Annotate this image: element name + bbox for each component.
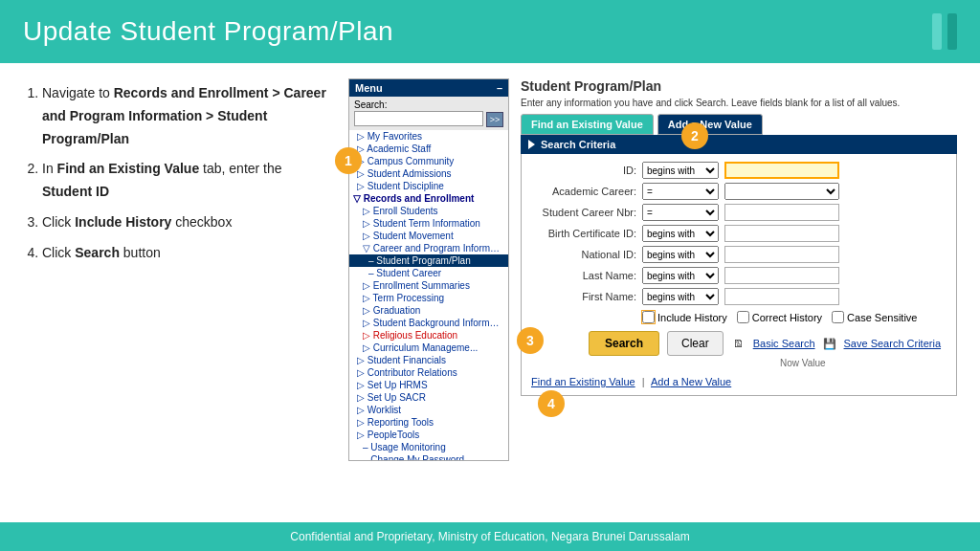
step1-bold: Records and Enrollment > Career and Prog… xyxy=(42,85,326,146)
search-criteria-label: Search Criteria xyxy=(541,139,615,150)
field-op-first-name-select[interactable]: begins with xyxy=(642,288,719,305)
field-input-id[interactable] xyxy=(724,162,839,179)
step-4: Click Search button xyxy=(42,242,329,265)
field-op-career-nbr: = xyxy=(642,204,719,221)
menu-item-financials[interactable]: ▷ Student Financials xyxy=(349,354,508,366)
field-val-national-id xyxy=(724,246,839,263)
step2-bold: Find an Existing Value xyxy=(57,161,200,176)
header-bar-2 xyxy=(947,13,957,50)
menu-item-records[interactable]: ▽ Records and Enrollment xyxy=(349,192,508,205)
field-row-academic-career: Academic Career: = xyxy=(531,183,947,200)
field-input-last-name[interactable] xyxy=(724,267,839,284)
menu-item-password[interactable]: – Change My Password xyxy=(349,453,508,461)
menu-item-term-processing[interactable]: ▷ Term Processing xyxy=(349,292,508,304)
menu-item-contributor[interactable]: ▷ Contributor Relations xyxy=(349,366,508,379)
menu-item-hrms[interactable]: ▷ Set Up HRMS xyxy=(349,379,508,391)
menu-item-admissions[interactable]: ▷ Student Admissions xyxy=(349,167,508,180)
menu-search-row: Search: >> xyxy=(349,97,508,130)
menu-item-movement[interactable]: ▷ Student Movement xyxy=(349,230,508,242)
correct-history-text: Correct History xyxy=(752,312,822,323)
field-op-academic-career: = xyxy=(642,183,719,200)
bottom-add-link[interactable]: Add a New Value xyxy=(651,376,731,387)
search-button[interactable]: Search xyxy=(589,331,659,356)
field-row-first-name: First Name: begins with xyxy=(531,288,947,305)
save-icon: 💾 xyxy=(823,338,836,350)
field-row-last-name: Last Name: begins with xyxy=(531,267,947,284)
tab-add-new[interactable]: Add a New Value xyxy=(657,114,763,135)
case-sensitive-label: Case Sensitive xyxy=(832,311,917,323)
menu-item-academic-staff[interactable]: ▷ Academic Staff xyxy=(349,143,508,155)
menu-item-student-career[interactable]: – Student Career xyxy=(349,267,508,279)
menu-item-career-program[interactable]: ▽ Career and Program Information xyxy=(349,242,508,254)
menu-item-reporting[interactable]: ▷ Reporting Tools xyxy=(349,416,508,429)
circle-2: 2 xyxy=(681,122,708,149)
button-row: Search Clear 🖻 Basic Search 💾 Save Searc… xyxy=(531,331,947,356)
field-input-academic-career[interactable] xyxy=(724,183,839,200)
field-label-birth-cert: Birth Certificate ID: xyxy=(531,228,636,239)
menu-item-campus[interactable]: ▷ Campus Community xyxy=(349,155,508,167)
field-val-career-nbr xyxy=(724,204,839,221)
menu-item-religious[interactable]: ▷ Religious Education xyxy=(349,329,508,342)
menu-item-student-program[interactable]: – Student Program/Plan xyxy=(349,254,508,267)
menu-title: Menu xyxy=(355,82,383,94)
search-body: ID: begins with Academic Career: = xyxy=(521,154,957,396)
search-criteria-header: Search Criteria xyxy=(521,135,957,154)
tab-row: Find an Existing Value Add a New Value xyxy=(521,114,957,135)
field-input-national-id[interactable] xyxy=(724,246,839,263)
correct-history-checkbox[interactable] xyxy=(737,311,749,323)
field-val-first-name xyxy=(724,288,839,305)
menu-item-graduation[interactable]: ▷ Graduation xyxy=(349,304,508,317)
field-row-national-id: National ID: begins with xyxy=(531,246,947,263)
menu-items-list: ▷ My Favorites ▷ Academic Staff ▷ Campus… xyxy=(349,130,508,461)
include-history-checkbox[interactable] xyxy=(642,311,655,323)
field-row-id: ID: begins with xyxy=(531,162,947,179)
field-val-academic-career xyxy=(724,183,839,200)
field-op-career-nbr-select[interactable]: = xyxy=(642,204,719,221)
menu-item-usage[interactable]: – Usage Monitoring xyxy=(349,441,508,453)
separator-icon: 🖻 xyxy=(733,338,744,349)
menu-item-discipline[interactable]: ▷ Student Discipline xyxy=(349,180,508,192)
field-row-career-nbr: Student Career Nbr: = xyxy=(531,204,947,221)
field-input-birth-cert[interactable] xyxy=(724,225,839,242)
case-sensitive-checkbox[interactable] xyxy=(832,311,844,323)
menu-panel: Menu – Search: >> ▷ My Favorites ▷ Acade… xyxy=(348,78,509,461)
save-search-criteria-button[interactable]: Save Search Criteria xyxy=(844,338,942,349)
basic-search-button[interactable]: Basic Search xyxy=(753,338,815,349)
field-op-birth-cert-select[interactable]: begins with xyxy=(642,225,719,242)
menu-item-enroll[interactable]: ▷ Enroll Students xyxy=(349,205,508,217)
field-op-id-select[interactable]: begins with xyxy=(642,162,719,179)
circle-1: 1 xyxy=(335,147,362,174)
menu-item-sacr[interactable]: ▷ Set Up SACR xyxy=(349,391,508,404)
menu-item-enrollment-summaries[interactable]: ▷ Enrollment Summaries xyxy=(349,279,508,292)
page-header: Update Student Program/Plan xyxy=(0,0,980,63)
triangle-icon xyxy=(528,140,535,149)
right-panel: 2 3 4 Student Program/Plan Enter any inf… xyxy=(521,78,957,517)
menu-item-curriculum[interactable]: ▷ Curriculum Manageme... xyxy=(349,342,508,354)
clear-button[interactable]: Clear xyxy=(667,331,724,356)
menu-item-favorites[interactable]: ▷ My Favorites xyxy=(349,130,508,143)
field-op-last-name-select[interactable]: begins with xyxy=(642,267,719,284)
menu-item-peopletools[interactable]: ▷ PeopleTools xyxy=(349,429,508,441)
field-op-national-id-select[interactable]: begins with xyxy=(642,246,719,263)
menu-search-button[interactable]: >> xyxy=(486,112,503,127)
field-input-career-nbr[interactable] xyxy=(724,204,839,221)
footer: Confidential and Proprietary, Ministry o… xyxy=(0,522,980,551)
panel-title: Student Program/Plan xyxy=(521,78,957,94)
menu-item-term[interactable]: ▷ Student Term Information xyxy=(349,217,508,230)
field-val-id xyxy=(724,162,839,179)
header-bar-1 xyxy=(932,13,942,50)
panel-subtitle: Enter any information you have and click… xyxy=(521,98,957,108)
bottom-links: Find an Existing Value | Add a New Value xyxy=(531,376,947,387)
step-3: Click Include History checkbox xyxy=(42,211,329,234)
field-input-first-name[interactable] xyxy=(724,288,839,305)
menu-item-worklist[interactable]: ▷ Worklist xyxy=(349,404,508,416)
field-label-academic-career: Academic Career: xyxy=(531,186,636,197)
menu-minimize-icon[interactable]: – xyxy=(497,82,502,94)
menu-search-input[interactable] xyxy=(354,111,483,126)
bottom-find-link[interactable]: Find an Existing Value xyxy=(531,376,635,387)
field-op-academic-career-select[interactable]: = xyxy=(642,183,719,200)
tab-find-existing[interactable]: Find an Existing Value xyxy=(521,114,654,135)
include-history-label: Include History xyxy=(642,311,727,323)
menu-item-background[interactable]: ▷ Student Background Information xyxy=(349,317,508,329)
page-title: Update Student Program/Plan xyxy=(23,16,393,47)
